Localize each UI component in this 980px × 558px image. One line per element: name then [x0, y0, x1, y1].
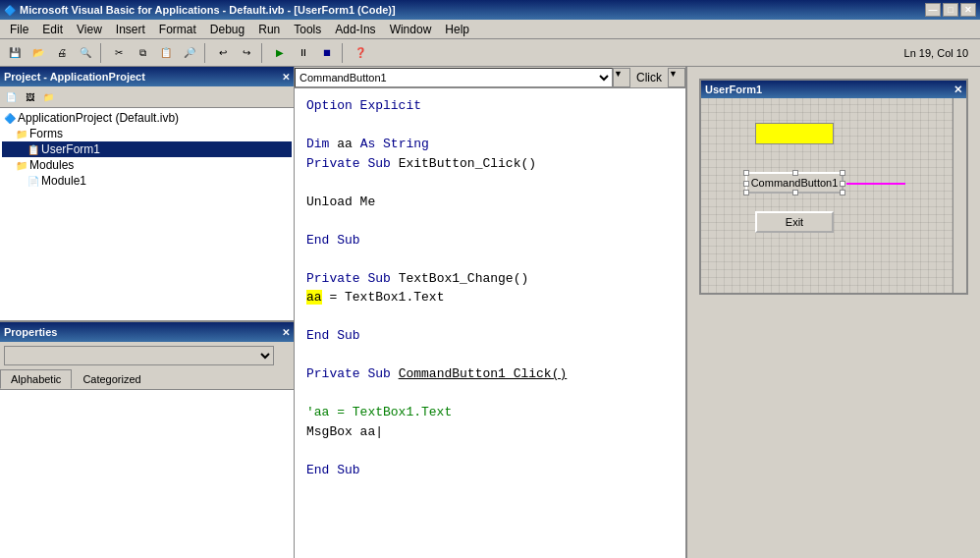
userform-window: UserForm1 ✕ CommandButton1: [699, 79, 968, 295]
tree-item-4[interactable]: 📄 Module1: [2, 173, 292, 189]
title-bar: 🔷 Microsoft Visual Basic for Application…: [0, 0, 980, 20]
tree-label-4: Module1: [41, 174, 86, 188]
tree-item-1[interactable]: 📁 Forms: [2, 126, 292, 141]
toolbar-btn3[interactable]: 🖨: [51, 42, 73, 64]
modules-folder-icon: 📁: [16, 160, 27, 171]
procedure-name: Click: [636, 71, 662, 84]
object-combo-arrow[interactable]: ▼: [613, 68, 630, 87]
forms-folder-icon: 📁: [16, 129, 27, 140]
menu-view[interactable]: View: [71, 21, 108, 38]
tab-categorized[interactable]: Categorized: [72, 369, 151, 389]
sep3: [261, 43, 265, 63]
tree-item-0[interactable]: 🔷 ApplicationProject (Default.ivb): [2, 110, 292, 126]
tree-label-3: Modules: [29, 158, 74, 172]
menu-tools[interactable]: Tools: [288, 21, 327, 38]
project-toolbar: 📄 🖼 📁: [0, 86, 294, 108]
menu-debug[interactable]: Debug: [204, 21, 250, 38]
tree-item-2[interactable]: 📋 UserForm1: [2, 141, 292, 157]
sep4: [342, 43, 346, 63]
userform-titlebar: UserForm1 ✕: [701, 81, 966, 98]
handle-bm: [792, 190, 798, 195]
handle-tl: [743, 170, 749, 176]
object-combo[interactable]: CommandButton1: [295, 68, 613, 87]
sep2: [204, 43, 208, 63]
properties-content: [0, 390, 294, 558]
userform-scrollbar[interactable]: [953, 98, 966, 293]
userform-panel: UserForm1 ✕ CommandButton1: [685, 67, 980, 558]
project-header: Project - ApplicationProject ✕: [0, 67, 294, 86]
toolbar-btn4[interactable]: 🔍: [75, 42, 96, 64]
tree-label-1: Forms: [29, 127, 63, 140]
toolbar-break[interactable]: ⏸: [293, 42, 314, 64]
toolbar-undo[interactable]: ↩: [212, 42, 234, 64]
properties-close-button[interactable]: ✕: [282, 327, 290, 338]
handle-ml: [743, 181, 749, 187]
app-icon: 🔷: [4, 5, 16, 16]
magenta-annotation: [846, 183, 905, 185]
code-panel: CommandButton1 ▼ Click ▼ Option Explicit…: [295, 67, 685, 558]
toolbar-save[interactable]: 💾: [4, 42, 26, 64]
userform-title: UserForm1: [705, 84, 762, 95]
close-button[interactable]: ✕: [960, 3, 976, 17]
title-bar-buttons: — □ ✕: [925, 3, 976, 17]
maximize-button[interactable]: □: [943, 3, 958, 17]
toolbar-find[interactable]: 🔎: [179, 42, 200, 64]
minimize-button[interactable]: —: [925, 3, 941, 17]
procedure-combo: Click: [630, 71, 668, 84]
tab-alphabetic[interactable]: Alphabetic: [0, 369, 72, 389]
handle-tm: [792, 170, 798, 176]
toolbar-redo[interactable]: ↪: [236, 42, 257, 64]
commandbutton1-control[interactable]: CommandButton1: [745, 172, 844, 194]
handle-mr: [840, 181, 845, 187]
handle-bl: [743, 190, 749, 195]
userform-close-icon[interactable]: ✕: [953, 84, 962, 96]
toolbar-copy[interactable]: ⧉: [132, 42, 153, 64]
toolbar-cut[interactable]: ✂: [108, 42, 130, 64]
menu-file[interactable]: File: [4, 21, 34, 38]
module-icon: 📄: [27, 176, 39, 187]
menu-run[interactable]: Run: [252, 21, 286, 38]
properties-panel: Properties ✕ Alphabetic Categorized: [0, 322, 294, 558]
project-tree: 🔷 ApplicationProject (Default.ivb) 📁 For…: [0, 108, 294, 320]
procedure-combo-arrow[interactable]: ▼: [668, 68, 685, 87]
menu-window[interactable]: Window: [384, 21, 438, 38]
toolbar-help[interactable]: ❓: [350, 42, 371, 64]
title-bar-text: Microsoft Visual Basic for Applications …: [20, 4, 396, 16]
textbox1-control[interactable]: [755, 123, 834, 144]
project-close-button[interactable]: ✕: [282, 72, 290, 83]
left-panel: Project - ApplicationProject ✕ 📄 🖼 📁 🔷 A…: [0, 67, 295, 558]
toolbar: 💾 📂 🖨 🔍 ✂ ⧉ 📋 🔎 ↩ ↪ ▶ ⏸ ⏹ ❓ Ln 19, Col 1…: [0, 39, 980, 67]
tree-item-3[interactable]: 📁 Modules: [2, 157, 292, 173]
handle-br: [840, 190, 845, 195]
code-editor[interactable]: Option Explicit Dim aa As String Private…: [295, 88, 685, 558]
toolbar-open[interactable]: 📂: [27, 42, 49, 64]
sep1: [100, 43, 104, 63]
menu-addins[interactable]: Add-Ins: [329, 21, 381, 38]
view-code-btn[interactable]: 📄: [2, 88, 20, 106]
menu-bar: File Edit View Insert Format Debug Run T…: [0, 20, 980, 39]
properties-object-dropdown[interactable]: [4, 346, 274, 365]
toolbar-stop[interactable]: ⏹: [316, 42, 338, 64]
menu-format[interactable]: Format: [153, 21, 202, 38]
properties-title: Properties: [4, 326, 57, 338]
menu-help[interactable]: Help: [439, 21, 475, 38]
tree-label-0: ApplicationProject (Default.ivb): [18, 111, 179, 125]
project-panel: Project - ApplicationProject ✕ 📄 🖼 📁 🔷 A…: [0, 67, 294, 322]
commandbutton1-label: CommandButton1: [751, 177, 839, 189]
exit-button-control[interactable]: Exit: [755, 211, 834, 233]
properties-tabs: Alphabetic Categorized: [0, 369, 294, 390]
toolbar-run[interactable]: ▶: [269, 42, 291, 64]
userform-icon: 📋: [27, 144, 39, 155]
userform-body[interactable]: CommandButton1 E: [701, 98, 966, 293]
menu-insert[interactable]: Insert: [110, 21, 151, 38]
tree-label-2: UserForm1: [41, 142, 100, 156]
exit-button-label: Exit: [786, 216, 803, 228]
properties-header: Properties ✕: [0, 322, 294, 342]
status-position: Ln 19, Col 10: [897, 47, 976, 59]
menu-edit[interactable]: Edit: [36, 21, 69, 38]
project-icon: 🔷: [4, 113, 16, 124]
view-object-btn[interactable]: 🖼: [21, 88, 38, 106]
toggle-folders-btn[interactable]: 📁: [39, 88, 57, 106]
toolbar-paste[interactable]: 📋: [155, 42, 177, 64]
main-layout: Project - ApplicationProject ✕ 📄 🖼 📁 🔷 A…: [0, 67, 980, 558]
